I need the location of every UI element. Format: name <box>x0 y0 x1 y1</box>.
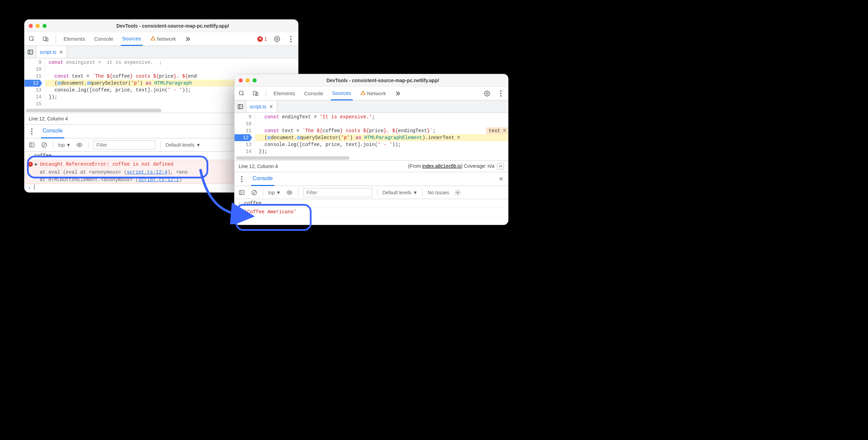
breakpoint-icon[interactable]: 12 <box>25 80 42 87</box>
file-tab-script[interactable]: script.ts ✕ <box>246 100 277 113</box>
console-toolbar: top ▼ Default levels ▼ No Issues <box>235 186 508 199</box>
show-sidebar-icon[interactable] <box>238 189 246 196</box>
show-navigator-icon[interactable] <box>235 100 246 113</box>
drawer-menu-icon[interactable] <box>238 175 246 183</box>
tab-network[interactable]: Network <box>359 87 388 100</box>
object-chip-icon <box>267 136 271 139</box>
console-output-text: 'Coffee Americano' <box>244 208 296 216</box>
line-number: 9 <box>235 114 251 120</box>
clear-console-icon[interactable] <box>40 141 48 149</box>
filter-input[interactable] <box>93 140 155 149</box>
line-number: 10 <box>235 120 251 127</box>
close-file-icon[interactable]: ✕ <box>59 49 63 55</box>
close-drawer-icon[interactable]: ✕ <box>497 175 505 183</box>
more-tabs-icon[interactable] <box>184 35 191 43</box>
drawer-tab-console[interactable]: Console <box>251 172 274 186</box>
minimize-window-icon[interactable] <box>36 24 40 28</box>
filter-input[interactable] <box>303 188 372 197</box>
console-body[interactable]: › coffee › 'Coffee Americano' › <box>235 199 508 225</box>
tab-network-label: Network <box>157 36 176 42</box>
code-editor[interactable]: 9 10 11 12 13 14 const endingText = 'It … <box>235 113 508 156</box>
close-window-icon[interactable] <box>29 24 33 28</box>
breakpoint-icon[interactable]: 12 <box>235 134 252 141</box>
context-selector[interactable]: top ▼ <box>58 142 71 148</box>
error-icon: ✕ <box>28 162 33 167</box>
tab-console[interactable]: Console <box>303 87 325 100</box>
line-number: 13 <box>235 141 251 148</box>
inspect-icon[interactable] <box>28 35 36 43</box>
tab-network[interactable]: Network <box>149 32 178 46</box>
error-count-badge[interactable]: ✕ 1 <box>257 36 267 42</box>
clear-console-icon[interactable] <box>250 189 258 196</box>
gutter[interactable]: 9 10 11 12 13 14 15 <box>25 58 45 108</box>
file-tab-script[interactable]: script.ts ✕ <box>36 46 67 58</box>
svg-marker-5 <box>30 51 31 52</box>
stack-link[interactable]: script.ts:12:4 <box>127 169 168 175</box>
minimize-window-icon[interactable] <box>246 78 250 82</box>
console-input-text: coffee <box>244 199 261 207</box>
stack-link[interactable]: script.ts:12:1 <box>139 177 179 183</box>
tab-elements[interactable]: Elements <box>272 87 297 100</box>
file-tab-label: script.ts <box>250 104 266 109</box>
kebab-menu-icon[interactable] <box>287 35 295 43</box>
tab-sources[interactable]: Sources <box>331 87 353 100</box>
input-chevron-icon: › <box>238 199 242 207</box>
drawer-menu-icon[interactable] <box>28 128 36 135</box>
gutter[interactable]: 9 10 11 12 13 14 <box>235 113 255 156</box>
drawer-tab-console[interactable]: Console <box>41 125 64 138</box>
context-selector[interactable]: top ▼ <box>268 190 281 195</box>
settings-icon[interactable] <box>273 35 281 43</box>
window-title: DevTools - consistent-source-map-pc.netl… <box>261 78 504 83</box>
show-sidebar-icon[interactable] <box>28 141 36 149</box>
code-content: const endingText = 'It is expensive.'; c… <box>255 113 508 156</box>
tab-sources[interactable]: Sources <box>121 32 143 46</box>
sourcemap-link[interactable]: index.a8c1ec6b.js <box>422 163 461 169</box>
line-number: 9 <box>25 59 41 66</box>
svg-rect-4 <box>28 50 33 54</box>
editor-statusbar: Line 12, Column 4 (From index.a8c1ec6b.j… <box>235 160 508 172</box>
line-number: 11 <box>235 127 251 134</box>
close-file-icon[interactable]: ✕ <box>269 104 273 109</box>
inspect-icon[interactable] <box>238 90 246 97</box>
console-prompt[interactable]: › <box>235 216 508 225</box>
maximize-window-icon[interactable] <box>42 24 47 28</box>
log-levels-selector[interactable]: Default levels ▼ <box>382 190 418 195</box>
inline-value: text = <box>486 127 508 134</box>
expand-icon[interactable]: ▶ <box>35 160 38 168</box>
window-title: DevTools - consistent-source-map-pc.netl… <box>51 23 294 29</box>
more-tabs-icon[interactable] <box>394 90 401 97</box>
live-expression-icon[interactable] <box>76 141 83 149</box>
svg-point-19 <box>289 192 290 193</box>
maximize-window-icon[interactable] <box>252 78 257 82</box>
svg-point-9 <box>79 144 80 146</box>
device-toolbar-icon[interactable] <box>252 90 259 97</box>
settings-icon[interactable] <box>483 90 491 97</box>
error-icon: ✕ <box>257 36 263 42</box>
tab-elements[interactable]: Elements <box>62 32 87 46</box>
h-scrollbar[interactable] <box>235 156 508 160</box>
device-toolbar-icon[interactable] <box>42 35 49 43</box>
main-toolbar: Elements Console Sources Network <box>235 87 508 100</box>
close-window-icon[interactable] <box>239 78 243 82</box>
live-expression-icon[interactable] <box>286 189 293 196</box>
svg-marker-17 <box>242 192 243 193</box>
show-navigator-icon[interactable] <box>25 46 36 58</box>
issues-button[interactable]: No Issues <box>428 190 449 195</box>
svg-point-20 <box>457 192 459 193</box>
output-chevron-icon: › <box>238 208 242 216</box>
line-number: 12 <box>25 80 41 87</box>
input-chevron-icon: › <box>28 152 32 159</box>
tab-console[interactable]: Console <box>93 32 115 46</box>
console-input-text: coffee <box>34 152 51 159</box>
cursor-icon <box>34 184 35 190</box>
warning-icon <box>150 36 156 42</box>
console-settings-icon[interactable] <box>454 189 461 196</box>
kebab-menu-icon[interactable] <box>497 90 505 97</box>
log-levels-selector[interactable]: Default levels ▼ <box>165 142 201 148</box>
coverage-icon[interactable]: ⬒ <box>497 163 504 170</box>
svg-point-13 <box>486 92 488 94</box>
titlebar: DevTools - consistent-source-map-pc.netl… <box>235 74 508 87</box>
console-input-line: › coffee <box>235 199 508 208</box>
line-number: 13 <box>25 87 41 94</box>
object-chip-icon <box>57 81 61 85</box>
